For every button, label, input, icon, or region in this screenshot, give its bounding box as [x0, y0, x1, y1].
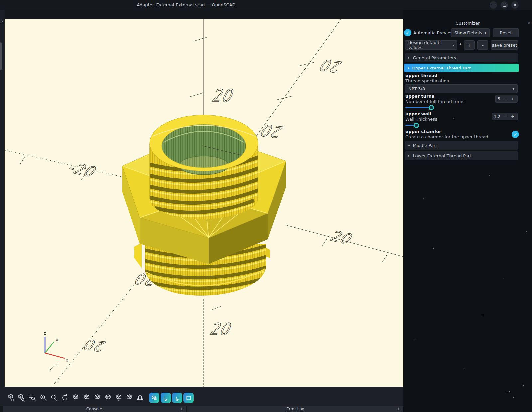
- param-upper-thread-name: upper thread: [405, 73, 437, 78]
- show-axes-toggle[interactable]: [161, 393, 171, 403]
- preset-modified-indicator: *: [459, 42, 462, 47]
- section-middle-label: Middle Part: [413, 143, 437, 148]
- console-tab[interactable]: Console x: [3, 406, 186, 412]
- show-scale-markers-icon: [174, 395, 181, 401]
- param-upper-turns-name: upper turns: [405, 94, 434, 99]
- show-edges-toggle[interactable]: [149, 393, 159, 403]
- upper-chamfer-checkbox[interactable]: ✓: [512, 131, 519, 138]
- section-upper-label: Upper External Thread Part: [412, 66, 471, 70]
- upper-turns-slider-track[interactable]: [405, 107, 431, 108]
- chevron-right-icon: ▸: [408, 56, 410, 59]
- left-dock-close-button[interactable]: x: [0, 19, 5, 23]
- reset-button[interactable]: Reset: [493, 28, 519, 37]
- upper-turns-slider-knob[interactable]: [429, 105, 434, 110]
- view-toolbar: [0, 387, 403, 406]
- check-icon: ✓: [514, 132, 517, 137]
- error-log-close-icon[interactable]: x: [396, 406, 401, 412]
- section-general-parameters[interactable]: ▸ General Parameters: [405, 53, 518, 62]
- axis-label-z-top: 20: [209, 86, 238, 106]
- show-scale-markers-toggle[interactable]: [172, 393, 182, 403]
- zoom-out-icon[interactable]: [50, 394, 58, 402]
- close-icon: ×: [513, 3, 517, 7]
- upper-wall-value: 1.2: [494, 114, 500, 119]
- add-preset-label: +: [467, 43, 471, 48]
- chevron-down-icon: ▾: [513, 87, 514, 91]
- error-log-tab-label: Error-Log: [286, 407, 304, 411]
- section-general-label: General Parameters: [413, 55, 456, 60]
- details-dropdown-value: Show Details: [454, 30, 482, 35]
- view-all-icon[interactable]: [7, 394, 15, 402]
- preset-dropdown[interactable]: design default values ▾: [405, 40, 457, 50]
- triad-z-label: z: [44, 331, 46, 336]
- preset-dropdown-value: design default values: [408, 40, 452, 50]
- minimize-button[interactable]: [490, 1, 497, 9]
- error-log-tab[interactable]: Error-Log x: [187, 406, 403, 412]
- triad-x-label: x: [66, 358, 68, 363]
- upper-thread-value: NPT-3/8: [408, 86, 425, 91]
- maximize-icon: [503, 4, 506, 7]
- chevron-right-icon: ▸: [408, 154, 410, 157]
- upper-wall-spinbox[interactable]: 1.2 − +: [492, 113, 518, 120]
- viewport-3d[interactable]: 20 20 20 -20 20 20 20 20: [5, 19, 403, 387]
- chevron-right-icon: ▸: [408, 144, 410, 147]
- reset-button-label: Reset: [500, 30, 512, 35]
- view-right-icon[interactable]: [72, 394, 80, 402]
- openscad-window: Adapter_External-External.scad — OpenSCA…: [0, 0, 532, 412]
- add-preset-button[interactable]: +: [464, 40, 475, 50]
- axis-label-y-near: 20: [256, 121, 286, 141]
- upper-turns-value: 5: [498, 97, 500, 101]
- save-preset-label: save preset: [492, 43, 517, 48]
- view-left-icon[interactable]: [104, 394, 112, 402]
- section-middle-part[interactable]: ▸ Middle Part: [405, 141, 518, 150]
- zoom-in-icon[interactable]: [39, 394, 47, 402]
- minus-icon[interactable]: −: [504, 97, 507, 101]
- chevron-down-icon: ▾: [485, 31, 486, 35]
- axis-label-z-bot: 20: [207, 320, 235, 338]
- section-lower-label: Lower External Thread Part: [413, 153, 471, 158]
- orthogonal-view-icon: [185, 395, 192, 401]
- upper-turns-spinbox[interactable]: 5 − +: [495, 95, 518, 103]
- left-scrollbar-thumb[interactable]: [0, 42, 2, 70]
- view-back-icon[interactable]: [115, 394, 123, 402]
- save-preset-button[interactable]: save preset: [491, 40, 518, 50]
- window-title: Adapter_External-External.scad — OpenSCA…: [0, 0, 372, 10]
- zoom-selection-icon[interactable]: [28, 394, 36, 402]
- param-upper-wall-name: upper wall: [405, 111, 431, 116]
- upper-thread-dropdown[interactable]: NPT-3/8 ▾: [405, 84, 518, 93]
- model-upper-thread: [149, 115, 259, 224]
- section-upper-external-thread[interactable]: ▾ Upper External Thread Part: [404, 64, 519, 72]
- param-upper-chamfer-desc: Create a chamfer for the upper thread: [405, 134, 488, 139]
- title-bar: Adapter_External-External.scad — OpenSCA…: [0, 0, 532, 10]
- minus-icon[interactable]: −: [504, 114, 507, 119]
- customizer-close-icon[interactable]: ×: [526, 20, 532, 26]
- triad-y-label: y: [56, 337, 58, 342]
- view-diagonal-icon[interactable]: [125, 394, 133, 402]
- remove-preset-button[interactable]: -: [477, 40, 488, 50]
- zoom-all-icon[interactable]: [17, 394, 25, 402]
- view-bottom-icon[interactable]: [93, 394, 101, 402]
- automatic-preview-checkbox[interactable]: ✓: [404, 29, 411, 36]
- minimize-icon: [492, 5, 495, 5]
- chevron-down-icon: ▾: [452, 43, 454, 47]
- orthogonal-view-toggle[interactable]: [183, 393, 194, 403]
- reset-view-icon[interactable]: [61, 394, 69, 402]
- view-top-icon[interactable]: [83, 394, 91, 402]
- viewport-canvas: 20 20 20 -20 20 20 20 20: [5, 19, 403, 387]
- axis-label-y-neg-far: 20: [79, 336, 109, 355]
- show-axes-icon: [163, 395, 169, 401]
- upper-wall-slider-knob[interactable]: [414, 123, 419, 128]
- close-button[interactable]: ×: [511, 1, 519, 9]
- param-upper-wall-desc: Wall Thickness: [405, 117, 437, 122]
- plus-icon[interactable]: +: [511, 114, 514, 119]
- section-lower-external-thread[interactable]: ▸ Lower External Thread Part: [405, 151, 518, 160]
- details-dropdown[interactable]: Show Details ▾: [451, 28, 490, 37]
- axis-label-x-pos: 20: [326, 228, 357, 247]
- perspective-icon[interactable]: [136, 394, 144, 402]
- param-upper-thread-desc: Thread specification: [405, 78, 449, 83]
- automatic-preview-label: Automatic Preview: [413, 28, 454, 37]
- axis-label-y-far: 20: [315, 56, 345, 76]
- console-close-icon[interactable]: x: [179, 406, 184, 412]
- plus-icon[interactable]: +: [511, 97, 514, 101]
- maximize-button[interactable]: [501, 1, 508, 9]
- show-edges-icon: [151, 395, 158, 401]
